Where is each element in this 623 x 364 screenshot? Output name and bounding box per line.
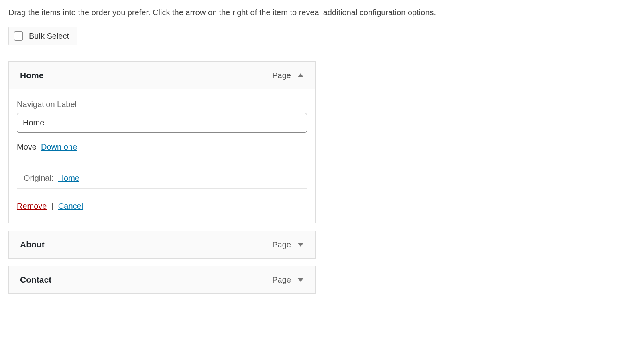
bulk-select-label: Bulk Select	[29, 32, 69, 41]
menu-item: About Page	[8, 231, 316, 259]
menu-item: Contact Page	[8, 266, 316, 294]
instructions-text: Drag the items into the order you prefer…	[8, 8, 615, 17]
menu-item: Home Page Navigation Label Move Down one…	[8, 61, 316, 223]
menu-item-type: Page	[272, 275, 291, 285]
remove-link[interactable]: Remove	[17, 202, 47, 210]
chevron-up-icon[interactable]	[297, 73, 304, 77]
item-actions: Remove | Cancel	[17, 202, 307, 211]
menu-item-type-wrap: Page	[272, 275, 304, 285]
menu-item-title: Home	[20, 71, 43, 80]
menu-item-title: Contact	[20, 275, 51, 285]
move-label: Move	[17, 142, 37, 151]
menu-item-title: About	[20, 240, 45, 249]
chevron-down-icon[interactable]	[297, 243, 304, 247]
move-row: Move Down one	[17, 142, 307, 152]
menu-item-header[interactable]: Home Page	[8, 61, 316, 89]
chevron-down-icon[interactable]	[297, 278, 304, 282]
menu-item-body: Navigation Label Move Down one Original:…	[8, 89, 316, 223]
cancel-link[interactable]: Cancel	[58, 202, 83, 210]
menu-item-type: Page	[272, 71, 291, 80]
menu-items-list: Home Page Navigation Label Move Down one…	[8, 61, 316, 294]
actions-separator: |	[51, 202, 53, 210]
original-label: Original:	[24, 174, 53, 182]
move-down-one-link[interactable]: Down one	[41, 142, 77, 151]
navigation-label-input[interactable]	[17, 113, 307, 133]
original-link[interactable]: Home	[58, 174, 79, 182]
menu-item-type: Page	[272, 240, 291, 249]
bulk-select-checkbox[interactable]	[14, 31, 23, 41]
original-box: Original: Home	[17, 168, 307, 189]
bulk-select-toggle[interactable]: Bulk Select	[8, 27, 77, 45]
menu-item-header[interactable]: Contact Page	[8, 266, 316, 294]
menu-item-type-wrap: Page	[272, 71, 304, 80]
navigation-label-caption: Navigation Label	[17, 100, 307, 109]
menu-item-header[interactable]: About Page	[8, 231, 316, 259]
menu-item-type-wrap: Page	[272, 240, 304, 249]
